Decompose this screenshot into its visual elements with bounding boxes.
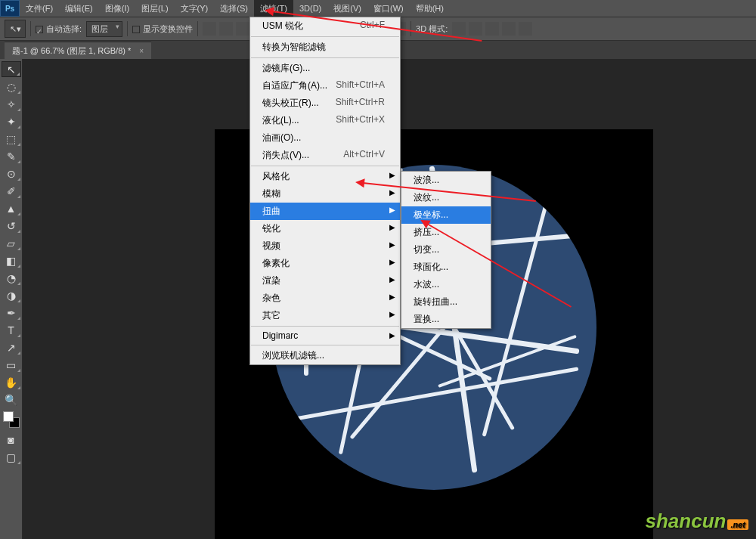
app-logo: Ps: [0, 0, 20, 17]
tool-brush[interactable]: ✐: [2, 183, 21, 199]
menubar: Ps 文件(F) 编辑(E) 图像(I) 图层(L) 文字(Y) 选择(S) 滤…: [0, 0, 756, 17]
filter-menu-item[interactable]: 浏览联机滤镜...: [250, 347, 400, 364]
filter-menu-item[interactable]: 视频▶: [250, 237, 400, 255]
tool-eraser[interactable]: ▱: [2, 235, 21, 251]
doc-tab-title: 题-1 @ 66.7% (图层 1, RGB/8) *: [12, 46, 131, 55]
tool-quickmask[interactable]: ◙: [2, 432, 21, 448]
3d-icon[interactable]: [502, 22, 516, 36]
filter-menu-item[interactable]: 其它▶: [250, 307, 400, 324]
tool-lasso[interactable]: ✧: [2, 96, 21, 112]
align-icon[interactable]: [203, 22, 216, 36]
distort-menu-item[interactable]: 水波...: [401, 276, 491, 293]
tool-path[interactable]: ↗: [2, 339, 21, 355]
filter-menu-item[interactable]: 自适应广角(A)...Shift+Ctrl+A: [250, 77, 400, 94]
menu-layer[interactable]: 图层(L): [135, 0, 174, 17]
filter-menu-dropdown: USM 锐化Ctrl+F转换为智能滤镜滤镜库(G)...自适应广角(A)...S…: [249, 17, 401, 365]
tool-eyedropper[interactable]: ✎: [2, 148, 21, 164]
filter-menu-item[interactable]: 油画(O)...: [250, 129, 400, 147]
menu-separator: [251, 36, 399, 37]
tool-move[interactable]: ↖: [2, 61, 21, 77]
filter-menu-item[interactable]: 锐化▶: [250, 220, 400, 237]
tool-crop[interactable]: ⬚: [2, 131, 21, 147]
menu-separator: [251, 166, 399, 166]
separator: [127, 21, 128, 36]
filter-menu-item[interactable]: 液化(L)...Shift+Ctrl+X: [250, 112, 400, 129]
move-tool-icon[interactable]: ↖▾: [5, 20, 26, 38]
filter-menu-item[interactable]: Digimarc▶: [250, 328, 400, 343]
close-icon[interactable]: ×: [139, 47, 144, 55]
distort-menu-item[interactable]: 波浪...: [401, 172, 491, 189]
filter-menu-item[interactable]: 杂色▶: [250, 290, 400, 307]
tool-shape[interactable]: ▭: [2, 357, 21, 373]
filter-menu-item[interactable]: 转换为智能滤镜: [250, 39, 400, 56]
showtransform-cb[interactable]: 显示变换控件: [132, 23, 193, 35]
separator: [30, 21, 31, 36]
menu-separator: [251, 326, 399, 327]
showtransform-label: 显示变换控件: [143, 24, 193, 33]
menu-help[interactable]: 帮助(H): [410, 0, 450, 17]
distort-menu-item[interactable]: 切变...: [401, 241, 491, 259]
distort-menu-item[interactable]: 挤压...: [401, 224, 491, 241]
tools-panel: ↖ ◌ ✧ ✦ ⬚ ✎ ⊙ ✐ ▲ ↺ ▱ ◧ ◔ ◑ ✒ T ↗ ▭ ✋ 🔍 …: [0, 59, 23, 539]
menu-separator: [251, 57, 399, 58]
autoselect-label: 自动选择:: [46, 24, 82, 33]
tool-zoom[interactable]: 🔍: [2, 392, 21, 407]
menu-file[interactable]: 文件(F): [20, 0, 59, 17]
filter-menu-item[interactable]: 消失点(V)...Alt+Ctrl+V: [250, 147, 400, 164]
mode-3d-icons: [452, 22, 532, 36]
tool-history[interactable]: ↺: [2, 218, 21, 234]
autoselect-dropdown[interactable]: 图层: [86, 21, 122, 37]
tool-blur[interactable]: ◔: [2, 270, 21, 286]
tool-dodge[interactable]: ◑: [2, 287, 21, 303]
tool-type[interactable]: T: [2, 322, 21, 338]
tool-stamp[interactable]: ▲: [2, 200, 21, 216]
menu-window[interactable]: 窗口(W): [367, 0, 410, 17]
color-swatches[interactable]: [3, 411, 20, 428]
separator: [197, 21, 198, 36]
tool-hand[interactable]: ✋: [2, 374, 21, 390]
filter-menu-item[interactable]: 渲染▶: [250, 272, 400, 290]
3d-icon[interactable]: [519, 22, 532, 36]
filter-menu-item[interactable]: 镜头校正(R)...Shift+Ctrl+R: [250, 94, 400, 112]
tool-wand[interactable]: ✦: [2, 113, 21, 129]
tool-heal[interactable]: ⊙: [2, 166, 21, 181]
autoselect-cb[interactable]: 自动选择:: [36, 23, 82, 35]
align-icon[interactable]: [236, 22, 249, 36]
watermark: shancun.net: [646, 510, 748, 533]
distort-menu-item[interactable]: 置换...: [401, 311, 491, 328]
distort-menu-item[interactable]: 球面化...: [401, 259, 491, 276]
watermark-suffix: .net: [727, 519, 748, 530]
menu-view[interactable]: 视图(V): [327, 0, 367, 17]
3d-icon[interactable]: [469, 22, 482, 36]
doc-tab[interactable]: 题-1 @ 66.7% (图层 1, RGB/8) * ×: [5, 42, 151, 59]
filter-menu-item[interactable]: 滤镜库(G)...: [250, 60, 400, 77]
tool-gradient[interactable]: ◧: [2, 252, 21, 268]
menu-edit[interactable]: 编辑(E): [59, 0, 99, 17]
tool-pen[interactable]: ✒: [2, 305, 21, 321]
distort-menu-item[interactable]: 旋转扭曲...: [401, 293, 491, 311]
watermark-text: shancun: [646, 510, 727, 532]
distort-menu-item[interactable]: 极坐标...: [401, 206, 491, 224]
menu-image[interactable]: 图像(I): [99, 0, 135, 17]
menu-type[interactable]: 文字(Y): [175, 0, 215, 17]
3d-icon[interactable]: [485, 22, 499, 36]
tool-screenmode[interactable]: ▢: [2, 449, 21, 465]
filter-menu-item[interactable]: 扭曲▶: [250, 203, 400, 220]
align-icon[interactable]: [219, 22, 233, 36]
tool-marquee[interactable]: ◌: [2, 79, 21, 94]
filter-menu-item[interactable]: 模糊▶: [250, 185, 400, 203]
separator: [411, 21, 411, 36]
menu-separator: [251, 345, 399, 345]
filter-menu-item[interactable]: 像素化▶: [250, 255, 400, 272]
menu-select[interactable]: 选择(S): [214, 0, 254, 17]
filter-menu-item[interactable]: 风格化▶: [250, 168, 400, 185]
3d-icon[interactable]: [452, 22, 466, 36]
